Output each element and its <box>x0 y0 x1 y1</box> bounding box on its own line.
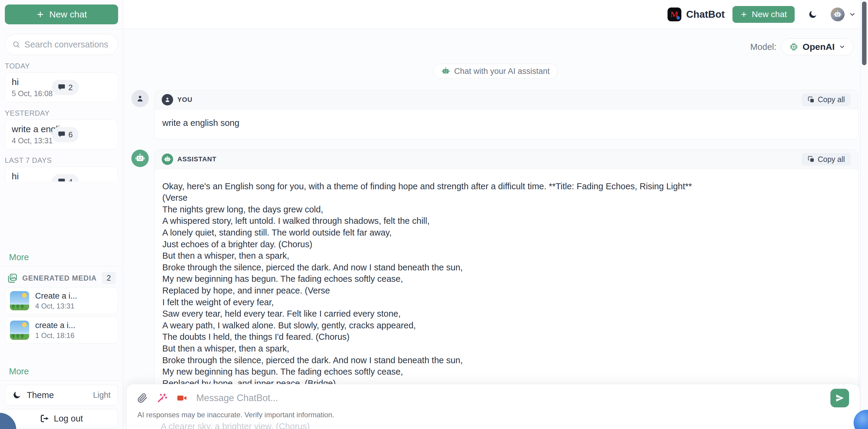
assistant-message-header: ASSISTANT Copy all <box>154 150 858 169</box>
copy-all-label: Copy all <box>818 95 845 104</box>
plus-icon <box>740 11 747 18</box>
message-line: The nights grew long, the days grew cold… <box>162 204 850 216</box>
user-avatar[interactable] <box>831 7 844 21</box>
assistant-banner-label: Chat with your AI assistant <box>454 67 550 76</box>
header-new-chat-label: New chat <box>752 10 787 19</box>
logo-dot <box>677 16 680 20</box>
model-select[interactable]: OpenAI <box>781 38 854 55</box>
more-media-link[interactable]: More <box>9 366 29 376</box>
copy-all-button[interactable]: Copy all <box>802 93 851 106</box>
model-value: OpenAI <box>803 42 835 52</box>
scrollbar-thumb[interactable] <box>862 1 867 65</box>
copy-all-button[interactable]: Copy all <box>802 153 851 166</box>
composer: AI responses may be inaccurate. Verify i… <box>126 384 860 429</box>
message-role-label: ASSISTANT <box>177 155 216 163</box>
robot-icon <box>833 10 842 19</box>
more-conversations-link[interactable]: More <box>9 252 29 262</box>
chat-bubble-icon <box>58 178 65 182</box>
assistant-message: ASSISTANT Copy all Okay, here's an Engli… <box>131 150 858 414</box>
moon-icon <box>12 391 21 400</box>
message-role-label: YOU <box>177 96 192 104</box>
media-icon <box>7 273 18 283</box>
attachment-button[interactable] <box>137 393 148 403</box>
copy-icon <box>808 96 815 103</box>
account-menu-chevron[interactable] <box>849 11 856 18</box>
message-line: (Verse <box>162 192 850 204</box>
message-line: Broke through the silence, pierced the d… <box>162 355 850 366</box>
new-chat-label: New chat <box>49 9 87 20</box>
message-line: Just echoes of a brighter day. (Chorus) <box>162 238 850 250</box>
message-count: 6 <box>68 130 73 139</box>
assistant-message-avatar <box>131 150 149 167</box>
message-input[interactable] <box>196 393 822 403</box>
user-message-avatar <box>131 90 149 107</box>
theme-label: Theme <box>27 390 54 400</box>
trees-graphic <box>11 304 25 309</box>
paperclip-icon <box>137 393 148 403</box>
section-label-yesterday: YESTERDAY <box>5 109 118 117</box>
message-line: A weary path, I walked alone. But slowly… <box>162 320 850 331</box>
dark-mode-toggle[interactable] <box>808 10 817 19</box>
message-line: But then a whisper, then a spark, <box>162 343 850 355</box>
magic-wand-icon <box>157 393 167 403</box>
trees-graphic <box>11 334 25 339</box>
message-line: Saw every tear, held every tear. Felt li… <box>162 308 850 320</box>
logout-icon <box>40 414 49 423</box>
media-item[interactable]: create a i... 1 Oct, 18:16 <box>5 317 118 344</box>
theme-toggle-button[interactable]: Theme Light <box>5 385 118 405</box>
sun-graphic <box>22 293 27 298</box>
send-button[interactable] <box>831 389 849 407</box>
logout-button[interactable]: Log out <box>5 409 118 428</box>
robot-icon <box>441 67 450 75</box>
message-line: Broke through the silence, pierced the d… <box>162 262 850 273</box>
generated-media-title: GENERATED MEDIA <box>22 274 97 283</box>
magic-wand-button[interactable] <box>157 393 167 403</box>
user-message: YOU Copy all write a english song <box>131 90 858 139</box>
media-item-title: Create a i... <box>35 291 77 300</box>
message-line: My new beginning has begun. The fading e… <box>162 366 850 377</box>
app-title: ChatBot <box>686 9 725 20</box>
faded-chat-line: A clearer sky, a brighter view. (Chorus) <box>161 422 849 429</box>
assistant-banner-row: Chat with your AI assistant <box>123 64 868 79</box>
sidebar-header: New chat <box>0 0 123 29</box>
conversation-item[interactable]: hi 2 Oct, 11:31 4 <box>5 167 118 182</box>
scrollbar-track[interactable] <box>860 0 868 429</box>
logout-label: Log out <box>54 414 83 424</box>
copy-icon <box>808 156 815 163</box>
conversation-item[interactable]: hi 5 Oct, 16:08 2 <box>5 72 118 102</box>
message-line: A lonely quiet, standing still. The worl… <box>162 227 850 238</box>
header-new-chat-button[interactable]: New chat <box>733 6 795 23</box>
new-chat-button[interactable]: New chat <box>5 4 118 24</box>
message-line: write a english song <box>162 117 850 129</box>
chip-icon <box>789 42 798 52</box>
assistant-message-card: ASSISTANT Copy all Okay, here's an Engli… <box>154 150 858 414</box>
plus-icon <box>36 10 44 19</box>
disclaimer-text: AI responses may be inaccurate. Verify i… <box>137 411 849 419</box>
conversation-item[interactable]: write a engli... 4 Oct, 13:31 6 <box>5 120 118 149</box>
assistant-banner: Chat with your AI assistant <box>433 64 558 79</box>
message-line: I felt the weight of every fear, <box>162 297 850 308</box>
section-label-last7days: LAST 7 DAYS <box>5 157 118 164</box>
model-label: Model: <box>750 42 776 52</box>
user-message-header: YOU Copy all <box>154 90 858 109</box>
chevron-down-icon <box>849 11 856 18</box>
message-line: But then a whisper, then a spark, <box>162 250 850 262</box>
video-button[interactable] <box>177 393 187 403</box>
section-label-today: TODAY <box>5 62 118 70</box>
media-item-text: Create a i... 4 Oct, 13:31 <box>35 291 77 310</box>
media-item-date: 4 Oct, 13:31 <box>35 302 77 310</box>
composer-row <box>137 389 849 408</box>
sun-graphic <box>22 322 27 327</box>
video-camera-icon <box>177 393 187 403</box>
media-item-title: create a i... <box>35 321 75 330</box>
sidebar-footer: Theme Light Log out <box>0 380 123 428</box>
message-count: 4 <box>68 177 73 182</box>
theme-value: Light <box>93 391 111 400</box>
message-line: Replaced by hope, and inner peace. (Vers… <box>162 285 850 297</box>
media-item[interactable]: Create a i... 4 Oct, 13:31 <box>5 287 118 314</box>
chat-bubble-icon <box>58 131 65 138</box>
chat-bubble-icon <box>58 84 65 91</box>
user-message-body: write a english song <box>154 109 858 139</box>
message-line: A whispered story, left untold. I walked… <box>162 215 850 227</box>
search-input[interactable] <box>24 40 111 50</box>
